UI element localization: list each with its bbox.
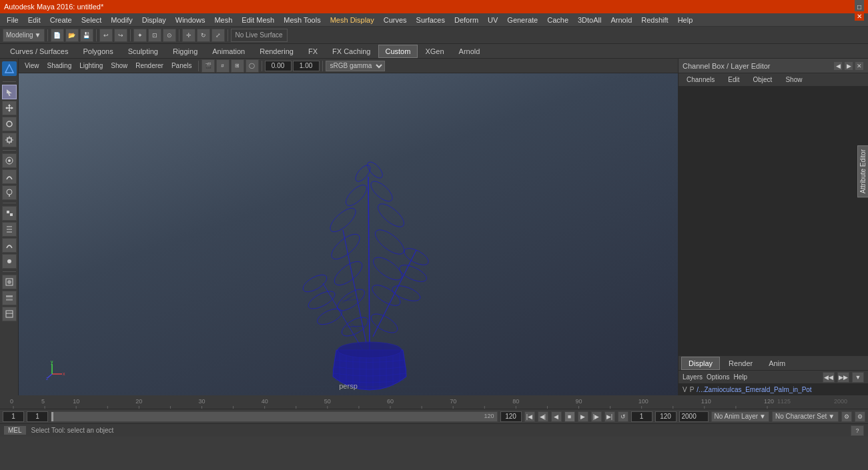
menu-mesh-tools[interactable]: Mesh Tools — [280, 15, 324, 25]
tab-anim[interactable]: Anim — [761, 357, 793, 370]
vp-shading-menu[interactable]: Shading — [44, 61, 75, 71]
scale-tool-btn[interactable]: ⤢ — [211, 29, 225, 42]
undo-button[interactable]: ↩ — [99, 29, 113, 42]
menu-uv[interactable]: UV — [484, 15, 502, 25]
vp-camera-btn[interactable]: 🎬 — [201, 59, 215, 73]
timeline-end-input[interactable] — [500, 411, 522, 422]
menu-file[interactable]: File — [3, 15, 23, 25]
new-scene-button[interactable]: 📄 — [51, 29, 64, 42]
menu-edit[interactable]: Edit — [24, 15, 45, 25]
go-to-end-btn[interactable]: ▶| — [604, 411, 615, 422]
channel-box-next-btn[interactable]: ▶ — [844, 61, 853, 71]
menu-surfaces[interactable]: Surfaces — [412, 15, 449, 25]
snap-grid-btn[interactable] — [2, 222, 17, 237]
show-manipulator-btn[interactable] — [2, 206, 17, 221]
menu-redshift[interactable]: Redshift — [637, 15, 672, 25]
paint-select-btn[interactable]: ⊙ — [163, 29, 176, 42]
vp-show-menu[interactable]: Show — [107, 61, 131, 71]
script-mode-mel[interactable]: MEL — [4, 426, 26, 435]
select-tool-btn[interactable]: ✦ — [133, 29, 147, 42]
render-view-btn[interactable] — [2, 275, 17, 289]
timeline-start-input[interactable] — [3, 411, 24, 422]
layer-collapse[interactable]: ▼ — [852, 372, 864, 383]
anim-settings-btn[interactable]: ⚙ — [841, 411, 852, 422]
rotate-tool[interactable] — [2, 117, 17, 131]
max-frame-input[interactable] — [679, 411, 709, 422]
attribute-editor-tab[interactable]: Attribute Editor — [857, 145, 868, 197]
shelf-rigging[interactable]: Rigging — [165, 45, 205, 58]
timeline-scrubber[interactable]: 120 — [51, 411, 498, 422]
shelf-arnold[interactable]: Arnold — [452, 45, 488, 58]
layer-item[interactable]: V P /...Zamioculcas_Emerald_Palm_in_Pot — [679, 384, 868, 395]
stop-btn[interactable]: ■ — [564, 411, 575, 422]
vp-smooth-btn[interactable]: ◯ — [246, 59, 259, 73]
shelf-polygons[interactable]: Polygons — [75, 45, 120, 58]
options-menu[interactable]: Options — [707, 373, 729, 381]
timeline-marks-area[interactable] — [0, 395, 868, 409]
timeline-current-frame[interactable] — [27, 411, 48, 422]
open-scene-button[interactable]: 📂 — [65, 29, 79, 42]
layer-visibility-p[interactable]: P — [690, 386, 695, 393]
shelf-curves-surfaces[interactable]: Curves / Surfaces — [3, 45, 75, 58]
menu-arnold[interactable]: Arnold — [606, 15, 636, 25]
vp-grid-btn[interactable]: # — [216, 59, 230, 73]
play-fwd-btn[interactable]: ▶ — [578, 411, 588, 422]
layer-scroll-right[interactable]: ▶▶ — [837, 372, 849, 383]
vp-input-near[interactable] — [265, 61, 292, 71]
menu-mesh[interactable]: Mesh — [210, 15, 236, 25]
menu-curves[interactable]: Curves — [380, 15, 411, 25]
maximize-button[interactable]: □ — [855, 2, 864, 11]
tab-display[interactable]: Display — [681, 357, 720, 370]
menu-cache[interactable]: Cache — [543, 15, 572, 25]
menu-generate[interactable]: Generate — [503, 15, 542, 25]
shelf-xgen[interactable]: XGen — [418, 45, 451, 58]
menu-deform[interactable]: Deform — [450, 15, 482, 25]
menu-create[interactable]: Create — [46, 15, 76, 25]
save-scene-button[interactable]: 💾 — [80, 29, 93, 42]
shelf-rendering[interactable]: Rendering — [252, 45, 301, 58]
module-dropdown[interactable]: Modeling ▼ — [3, 29, 45, 42]
render-layer-btn[interactable] — [2, 307, 17, 321]
window-controls[interactable]: — □ ✕ — [855, 0, 864, 21]
menu-modify[interactable]: Modify — [107, 15, 136, 25]
rotate-tool-btn[interactable]: ↻ — [197, 29, 210, 42]
sculpt-tool[interactable] — [2, 169, 17, 184]
close-button[interactable]: ✕ — [855, 11, 864, 21]
menu-3dtoall[interactable]: 3DtoAll — [574, 15, 605, 25]
soft-select-tool[interactable] — [2, 153, 17, 168]
snap-point-btn[interactable] — [2, 254, 17, 269]
viewport-canvas[interactable]: persp x y z — [19, 73, 678, 395]
menu-edit-mesh[interactable]: Edit Mesh — [238, 15, 278, 25]
tab-channels[interactable]: Channels — [681, 75, 720, 85]
layers-menu[interactable]: Layers — [683, 373, 703, 381]
snap-curve-btn[interactable] — [2, 238, 17, 253]
go-to-start-btn[interactable]: |◀ — [524, 411, 535, 422]
redo-button[interactable]: ↪ — [114, 29, 127, 42]
menu-mesh-display[interactable]: Mesh Display — [326, 15, 378, 25]
lasso-select-btn[interactable]: ⊡ — [148, 29, 161, 42]
move-tool-btn[interactable]: ✛ — [182, 29, 195, 42]
shelf-sculpting[interactable]: Sculpting — [121, 45, 165, 58]
play-back-btn[interactable]: ◀ — [551, 411, 562, 422]
playback-end-input[interactable] — [655, 411, 677, 422]
menu-help[interactable]: Help — [674, 15, 697, 25]
menu-windows[interactable]: Windows — [171, 15, 209, 25]
shelf-fx[interactable]: FX — [301, 45, 325, 58]
channel-box-close-btn[interactable]: ✕ — [855, 61, 864, 71]
menu-display[interactable]: Display — [138, 15, 170, 25]
vp-renderer-menu[interactable]: Renderer — [132, 61, 167, 71]
step-back-btn[interactable]: ◀| — [538, 411, 548, 422]
timeline-ruler[interactable] — [0, 395, 868, 409]
layer-scroll-left[interactable]: ◀◀ — [823, 372, 835, 383]
shelf-fx-caching[interactable]: FX Caching — [325, 45, 378, 58]
tab-object[interactable]: Object — [748, 75, 778, 85]
menu-select[interactable]: Select — [77, 15, 106, 25]
vp-panels-menu[interactable]: Panels — [168, 61, 195, 71]
tab-render[interactable]: Render — [721, 357, 760, 370]
help-menu[interactable]: Help — [733, 373, 747, 381]
char-set-dropdown[interactable]: No Character Set ▼ — [772, 411, 839, 422]
tab-show[interactable]: Show — [780, 75, 807, 85]
vp-input-far[interactable] — [293, 61, 320, 71]
loop-btn[interactable]: ↺ — [618, 411, 628, 422]
anim-extra-btn[interactable]: ⚙ — [855, 411, 865, 422]
